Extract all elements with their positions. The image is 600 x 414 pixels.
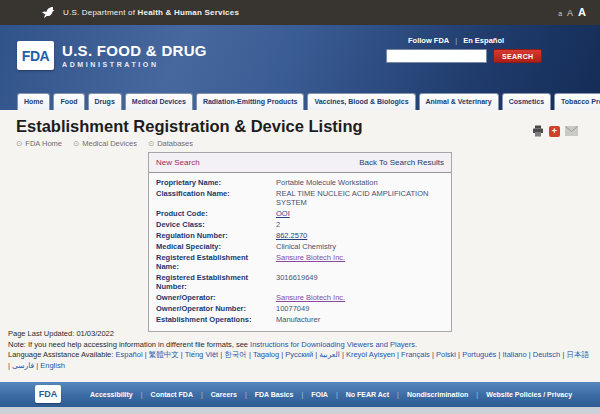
- fda-title-block: U.S. FOOD & DRUG ADMINISTRATION: [62, 42, 207, 68]
- breadcrumb-item-databases[interactable]: ⊙Databases: [148, 139, 193, 148]
- email-icon[interactable]: [565, 126, 578, 136]
- fda-header: FDA U.S. FOOD & DRUG ADMINISTRATION Foll…: [0, 25, 600, 110]
- page-title: Establishment Registration & Device List…: [16, 117, 363, 136]
- search-input[interactable]: [386, 49, 487, 63]
- page-last-updated: Page Last Updated: 01/03/2022: [8, 329, 592, 340]
- new-search-link[interactable]: New Search: [156, 158, 200, 167]
- search-button[interactable]: SEARCH: [493, 49, 542, 63]
- language-assistance-line: Language Assistance Available: Español |…: [8, 350, 592, 371]
- footer-link[interactable]: Accessibility: [90, 391, 133, 398]
- language-link[interactable]: Español: [115, 350, 142, 359]
- detail-table: Proprietary Name:Portable Molecule Works…: [149, 173, 451, 331]
- breadcrumb-item-medical-devices[interactable]: ⊙Medical Devices: [73, 139, 137, 148]
- nav-tabs: HomeFoodDrugsMedical DevicesRadiation-Em…: [17, 93, 600, 110]
- nav-tab-food[interactable]: Food: [53, 93, 84, 110]
- footer-link-separator: |: [397, 391, 399, 398]
- breadcrumb-label: Medical Devices: [82, 139, 137, 148]
- nav-tab-tobacco-products[interactable]: Tobacco Products: [554, 93, 600, 110]
- nav-tab-home[interactable]: Home: [17, 93, 50, 110]
- font-resize-2[interactable]: A: [578, 7, 586, 18]
- language-link[interactable]: Português: [462, 350, 496, 359]
- table-row: Proprietary Name:Portable Molecule Works…: [156, 177, 444, 188]
- follow-fda-link[interactable]: Follow FDA: [408, 36, 449, 45]
- nav-tab-drugs[interactable]: Drugs: [88, 93, 122, 110]
- row-value: Sansure Biotech Inc.: [276, 293, 444, 302]
- row-value: 862.2570: [276, 231, 444, 240]
- footer-fda-logo[interactable]: FDA: [35, 385, 61, 403]
- fda-title: U.S. FOOD & DRUG: [62, 42, 207, 59]
- device-detail-panel: New Search Back To Search Results Propri…: [148, 152, 452, 332]
- language-link[interactable]: Polski: [436, 350, 456, 359]
- hhs-top-bar: U.S. Department of Health & Human Servic…: [0, 0, 600, 25]
- fda-subtitle: ADMINISTRATION: [62, 61, 207, 68]
- table-row: Regulation Number:862.2570: [156, 230, 444, 241]
- nav-tab-radiation-emitting-products[interactable]: Radiation-Emitting Products: [196, 93, 305, 110]
- language-link[interactable]: English: [40, 361, 65, 370]
- row-label: Proprietary Name:: [156, 178, 276, 187]
- footer-link-separator: |: [141, 391, 143, 398]
- language-link[interactable]: Deutsch: [533, 350, 561, 359]
- row-value-link[interactable]: Sansure Biotech Inc.: [276, 253, 345, 262]
- row-label: Owner/Operator Number:: [156, 304, 276, 313]
- row-label: Regulation Number:: [156, 231, 276, 240]
- language-link[interactable]: Русский: [285, 350, 313, 359]
- language-link[interactable]: Français: [401, 350, 430, 359]
- table-row: Product Code:OOI: [156, 208, 444, 219]
- footer-info: Page Last Updated: 01/03/2022 Note: If y…: [8, 329, 592, 371]
- row-value: Clinical Chemistry: [276, 242, 444, 251]
- row-value: OOI: [276, 209, 444, 218]
- table-row: Establishment Operations:Manufacturer: [156, 314, 444, 325]
- footer-bar: FDA Accessibility|Contact FDA|Careers|FD…: [0, 382, 600, 407]
- row-value-link[interactable]: 862.2570: [276, 231, 307, 240]
- language-link[interactable]: 日本語: [566, 350, 589, 359]
- row-value: Portable Molecule Workstation: [276, 178, 444, 187]
- table-row: Classification Name:REAL TIME NUCLEIC AC…: [156, 188, 444, 208]
- nav-tab-vaccines-blood-biologics[interactable]: Vaccines, Blood & Biologics: [307, 93, 415, 110]
- language-link[interactable]: Kreyòl Ayisyen: [346, 350, 395, 359]
- row-label: Registered Establishment Number:: [156, 273, 276, 291]
- table-row: Registered Establishment Name:Sansure Bi…: [156, 252, 444, 272]
- language-link[interactable]: فارسی: [12, 361, 34, 370]
- language-link[interactable]: Tagalog: [253, 350, 279, 359]
- printer-icon[interactable]: [532, 125, 544, 137]
- footer-link-separator: |: [336, 391, 338, 398]
- footer-link[interactable]: FOIA: [311, 391, 328, 398]
- footer-links: Accessibility|Contact FDA|Careers|FDA Ba…: [0, 391, 600, 398]
- font-resize-0[interactable]: a: [558, 10, 562, 17]
- footer-link[interactable]: No FEAR Act: [346, 391, 389, 398]
- breadcrumb-bullet-icon: ⊙: [73, 139, 79, 148]
- nav-tab-cosmetics[interactable]: Cosmetics: [502, 93, 551, 110]
- footer-link[interactable]: Contact FDA: [151, 391, 193, 398]
- row-value: 3016619649: [276, 273, 444, 291]
- font-resize-1[interactable]: A: [567, 9, 573, 18]
- language-link[interactable]: Italiano: [502, 350, 526, 359]
- header-search-area: Follow FDA|En Español SEARCH: [386, 36, 541, 63]
- breadcrumb-label: FDA Home: [25, 139, 62, 148]
- row-value: 2: [276, 220, 444, 229]
- row-value-link[interactable]: OOI: [276, 209, 290, 218]
- row-value-link[interactable]: Sansure Biotech Inc.: [276, 293, 345, 302]
- fda-logo[interactable]: FDA: [17, 41, 54, 70]
- language-link[interactable]: العربية: [319, 350, 340, 359]
- en-espanol-link[interactable]: En Español: [463, 36, 504, 45]
- footer-link-separator: |: [301, 391, 303, 398]
- header-link-divider: |: [455, 36, 457, 45]
- nav-tab-animal-veterinary[interactable]: Animal & Veterinary: [419, 93, 499, 110]
- nav-tab-medical-devices[interactable]: Medical Devices: [125, 93, 193, 110]
- language-link[interactable]: 한국어: [224, 350, 247, 359]
- viewers-players-link[interactable]: Instructions for Downloading Viewers and…: [250, 340, 415, 349]
- note-text: Note: If you need help accessing informa…: [8, 340, 250, 349]
- footer-link[interactable]: Website Policies / Privacy: [486, 391, 572, 398]
- footer-link[interactable]: FDA Basics: [255, 391, 294, 398]
- language-link[interactable]: 繁體中文: [149, 350, 179, 359]
- language-link[interactable]: Tiếng Việt: [185, 350, 218, 359]
- back-to-search-results-link[interactable]: Back To Search Results: [359, 158, 444, 167]
- share-icon[interactable]: +: [549, 126, 560, 137]
- footer-link[interactable]: Careers: [211, 391, 237, 398]
- row-value: 10077049: [276, 304, 444, 313]
- row-value: Manufacturer: [276, 315, 444, 324]
- footer-link[interactable]: Nondiscrimination: [407, 391, 468, 398]
- table-row: Registered Establishment Number:30166196…: [156, 272, 444, 292]
- breadcrumb-item-fda-home[interactable]: ⊙FDA Home: [16, 139, 62, 148]
- row-value: REAL TIME NUCLEIC ACID AMPLIFICATION SYS…: [276, 189, 444, 207]
